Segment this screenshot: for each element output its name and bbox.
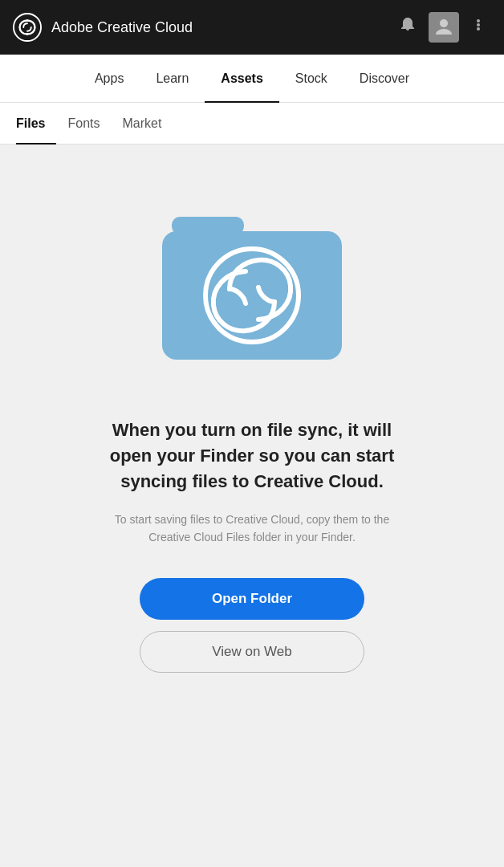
nav-item-learn[interactable]: Learn — [140, 55, 205, 103]
nav-item-assets[interactable]: Assets — [205, 55, 278, 103]
folder-illustration — [148, 193, 356, 369]
adobe-cc-logo-icon — [13, 13, 42, 42]
sub-navigation: Files Fonts Market — [0, 103, 504, 144]
main-content: When you turn on file sync, it will open… — [0, 144, 504, 835]
user-avatar[interactable] — [429, 12, 459, 43]
more-options-icon[interactable] — [465, 10, 491, 44]
svg-point-2 — [477, 23, 480, 26]
open-folder-button[interactable]: Open Folder — [140, 578, 364, 620]
nav-item-discover[interactable]: Discover — [343, 55, 425, 103]
notifications-icon[interactable] — [393, 10, 422, 44]
svg-point-0 — [14, 14, 41, 41]
svg-point-3 — [477, 27, 480, 31]
subnav-item-fonts[interactable]: Fonts — [67, 103, 111, 144]
app-logo: Adobe Creative Cloud — [13, 13, 193, 42]
nav-item-stock[interactable]: Stock — [279, 55, 343, 103]
main-description-text: When you turn on file sync, it will open… — [108, 417, 396, 495]
view-on-web-button[interactable]: View on Web — [140, 631, 364, 673]
main-navigation: Apps Learn Assets Stock Discover — [0, 55, 504, 103]
svg-point-1 — [477, 19, 480, 22]
sub-description-text: To start saving files to Creative Cloud,… — [100, 511, 404, 547]
subnav-item-market[interactable]: Market — [122, 103, 173, 144]
app-header: Adobe Creative Cloud — [0, 0, 504, 55]
header-actions — [393, 10, 491, 44]
app-title: Adobe Creative Cloud — [51, 19, 193, 36]
nav-item-apps[interactable]: Apps — [79, 55, 140, 103]
subnav-item-files[interactable]: Files — [16, 103, 56, 144]
